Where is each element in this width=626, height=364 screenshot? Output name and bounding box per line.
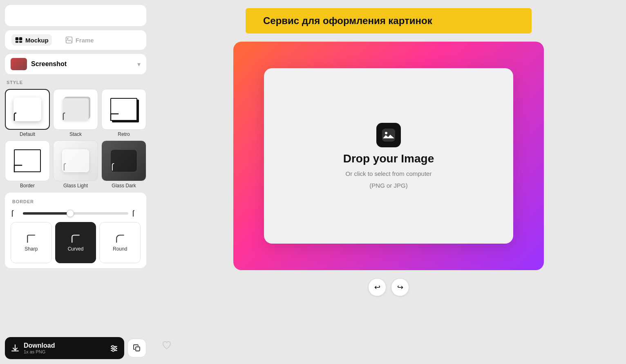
slider-row	[11, 209, 141, 218]
drop-icon	[376, 123, 401, 147]
tab-row: Mockup Frame	[5, 30, 146, 50]
style-thumb-default	[5, 89, 50, 130]
copy-button[interactable]	[127, 339, 146, 357]
tab-mockup-label: Mockup	[25, 37, 49, 44]
stack-corner-svg	[63, 112, 71, 120]
curved-label: Curved	[68, 246, 84, 252]
svg-rect-4	[66, 37, 72, 43]
curved-icon	[70, 233, 81, 244]
corner-style-row: Sharp Curved Round	[11, 222, 141, 263]
corner-round-btn[interactable]: Round	[99, 222, 141, 263]
style-default-label: Default	[20, 131, 35, 137]
heart-button[interactable]	[159, 338, 174, 353]
slider-left-icon	[11, 209, 20, 218]
tab-mockup[interactable]: Mockup	[11, 34, 52, 46]
type-label: Screenshot	[31, 60, 133, 68]
svg-point-14	[385, 132, 387, 134]
style-section: STYLE Default	[5, 78, 146, 189]
redo-button[interactable]: ↪	[391, 278, 409, 296]
border-section: BORDER Sharp	[5, 193, 146, 268]
bottom-controls: ↩ ↪	[368, 278, 409, 296]
svg-rect-0	[16, 37, 19, 40]
banner: Сервис для оформления картинок	[246, 8, 532, 33]
type-thumb	[11, 58, 27, 70]
style-retro[interactable]: Retro	[101, 89, 146, 137]
download-sub-label: 1x as PNG	[24, 349, 45, 354]
top-bar	[5, 5, 146, 26]
style-section-label: STYLE	[5, 78, 146, 86]
style-border-label: Border	[20, 183, 35, 189]
download-button[interactable]: Download 1x as PNG	[5, 337, 124, 359]
drop-sub: Or click to select from computer	[346, 170, 432, 177]
style-thumb-glass-light	[53, 140, 98, 181]
settings-sliders-icon	[110, 344, 118, 353]
svg-rect-13	[382, 129, 395, 142]
svg-rect-12	[136, 347, 140, 351]
style-default[interactable]: Default	[5, 89, 50, 137]
style-stack[interactable]: Stack	[53, 89, 98, 137]
border-right-corner-icon	[132, 209, 140, 218]
svg-point-11	[112, 350, 114, 352]
sharp-label: Sharp	[25, 246, 38, 252]
border-corner-svg	[13, 164, 22, 173]
main-area: Сервис для оформления картинок Drop your…	[151, 0, 626, 364]
frame-icon	[65, 36, 73, 44]
banner-text: Сервис для оформления картинок	[263, 15, 432, 26]
svg-point-10	[114, 348, 116, 350]
slider-right-icon	[132, 209, 141, 218]
style-retro-label: Retro	[118, 131, 130, 137]
border-section-label: BORDER	[11, 198, 141, 205]
style-stack-label: Stack	[69, 131, 82, 137]
mockup-icon	[15, 36, 23, 44]
svg-rect-2	[16, 41, 19, 43]
retro-corner-svg	[110, 112, 119, 121]
heart-icon	[162, 340, 172, 350]
glass-light-corner-svg	[63, 163, 72, 171]
svg-point-5	[67, 38, 68, 39]
chevron-down-icon: ▾	[137, 60, 141, 68]
mockup-card[interactable]: Drop your Image Or click to select from …	[264, 68, 513, 244]
default-corner-svg	[13, 112, 22, 121]
style-thumb-retro	[101, 89, 146, 130]
style-grid: Default Stack	[5, 89, 146, 189]
style-glass-light[interactable]: Glass Light	[53, 140, 98, 189]
download-icon	[11, 344, 20, 353]
image-placeholder-icon	[381, 128, 396, 142]
drop-title: Drop your Image	[343, 152, 434, 165]
download-text: Download 1x as PNG	[24, 342, 55, 354]
type-dropdown[interactable]: Screenshot ▾	[5, 54, 146, 74]
svg-rect-3	[19, 41, 22, 43]
corner-curved-btn[interactable]: Curved	[55, 222, 96, 263]
corner-sharp-btn[interactable]: Sharp	[11, 222, 52, 263]
round-icon	[114, 233, 126, 244]
tab-frame[interactable]: Frame	[62, 34, 97, 46]
undo-button[interactable]: ↩	[368, 278, 386, 296]
style-glass-dark-label: Glass Dark	[112, 183, 136, 189]
style-border[interactable]: Border	[5, 140, 50, 189]
download-main-label: Download	[24, 342, 55, 349]
style-thumb-stack	[53, 89, 98, 130]
border-slider[interactable]	[23, 212, 128, 215]
sharp-icon	[25, 233, 37, 244]
bottom-bar: Download 1x as PNG	[5, 337, 146, 359]
canvas-area[interactable]: Drop your Image Or click to select from …	[233, 42, 544, 270]
round-label: Round	[113, 246, 127, 252]
style-thumb-border	[5, 140, 50, 181]
glass-dark-corner-svg	[112, 163, 120, 171]
tab-frame-label: Frame	[76, 37, 94, 44]
style-thumb-glass-dark	[101, 140, 146, 181]
border-left-corner-icon	[11, 209, 19, 218]
style-glass-light-label: Glass Light	[63, 183, 88, 189]
svg-point-9	[112, 346, 114, 348]
style-glass-dark[interactable]: Glass Dark	[101, 140, 146, 189]
copy-icon	[133, 344, 141, 352]
sidebar: Mockup Frame Screenshot ▾ STYLE	[0, 0, 151, 364]
svg-rect-1	[19, 37, 22, 40]
drop-format: (PNG or JPG)	[369, 182, 407, 189]
